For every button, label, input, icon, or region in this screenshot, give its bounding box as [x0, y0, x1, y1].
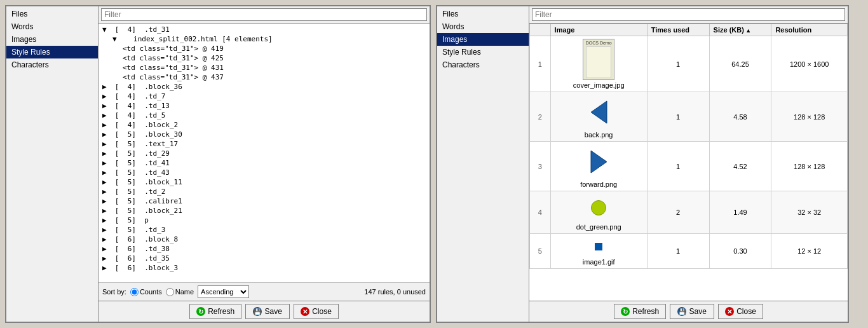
- tree-item[interactable]: ▶ [ 4] .block_2: [100, 120, 428, 130]
- tree-item[interactable]: ▶ [ 6] .block_8: [100, 235, 428, 244]
- image-name: back.png: [585, 131, 613, 139]
- tree-item[interactable]: ▶ [ 5] .calibre1: [100, 196, 428, 206]
- tree-item[interactable]: ▶ [ 6] .td_38: [100, 244, 428, 254]
- tree-item[interactable]: ▶ [ 5] .td_41: [100, 158, 428, 168]
- left-tree-container[interactable]: ▼ [ 4] .td_31 ▼ index_split_002.html [4 …: [98, 24, 430, 282]
- tree-item[interactable]: ▼ index_split_002.html [4 elements]: [100, 34, 428, 44]
- tree-item[interactable]: ▶ [ 4] .block_36: [100, 82, 428, 92]
- sort-counts-label[interactable]: Counts: [130, 288, 162, 296]
- image-cell: DOCS Demo cover_image.jpg: [550, 36, 647, 92]
- sidebar-item-images-right[interactable]: Images: [437, 33, 529, 46]
- left-button-bar: ↻ Refresh 💾 Save ✕ Close: [98, 301, 430, 322]
- col-timesused-header[interactable]: Times used: [647, 24, 709, 36]
- tree-item[interactable]: ▶ [ 6] .block_3: [100, 263, 428, 273]
- image-name: cover_image.jpg: [573, 81, 625, 89]
- tree-item[interactable]: <td class="td_31"> @ 425: [100, 53, 428, 63]
- tree-item[interactable]: ▶ [ 5] .td_43: [100, 168, 428, 177]
- images-table: Image Times used Size (KB) Resolution 1: [529, 24, 848, 269]
- resolution: 32 × 32: [771, 191, 848, 234]
- svg-marker-1: [591, 151, 607, 173]
- sidebar-item-stylerules-right[interactable]: Style Rules: [437, 46, 529, 58]
- sidebar-item-files-right[interactable]: Files: [437, 8, 529, 20]
- tree-item[interactable]: ▶ [ 5] .block_21: [100, 206, 428, 215]
- row-num: 3: [530, 142, 551, 191]
- save-icon: 💾: [677, 307, 686, 316]
- right-panel: Files Words Images Style Rules Character…: [436, 5, 849, 323]
- tree-item[interactable]: <td class="td_31"> @ 419: [100, 44, 428, 53]
- dot-green-img: [591, 200, 606, 215]
- col-resolution-header[interactable]: Resolution: [771, 24, 848, 36]
- sidebar-item-files-left[interactable]: Files: [6, 8, 98, 20]
- times-used: 1: [647, 234, 709, 269]
- tree-item[interactable]: ▶ [ 6] .td_35: [100, 254, 428, 263]
- times-used: 2: [647, 191, 709, 234]
- tree-item[interactable]: ▼ [ 4] .td_31: [100, 25, 428, 34]
- tree-item[interactable]: ▶ [ 5] p: [100, 215, 428, 225]
- app-window: Files Words Images Style Rules Character…: [0, 0, 868, 328]
- left-filter-input[interactable]: [101, 8, 427, 21]
- tree-item[interactable]: ▶ [ 5] .td_29: [100, 149, 428, 158]
- image-cell: dot_green.png: [550, 191, 647, 234]
- size-kb: 64.25: [709, 36, 771, 92]
- col-sizekb-header[interactable]: Size (KB): [709, 24, 771, 36]
- table-row[interactable]: 1 DOCS Demo cover_image.j: [530, 36, 848, 92]
- cover-image-thumb: DOCS Demo: [583, 39, 614, 80]
- table-row[interactable]: 5 image1.gif 1 0.30: [530, 234, 848, 269]
- sort-order-select[interactable]: Ascending Descending: [198, 285, 249, 298]
- sidebar-item-images-left[interactable]: Images: [6, 33, 98, 46]
- left-panel: Files Words Images Style Rules Character…: [5, 5, 431, 323]
- right-close-button[interactable]: ✕ Close: [718, 304, 763, 319]
- tree-item[interactable]: ▶ [ 5] .td_3: [100, 225, 428, 235]
- sidebar-item-characters-right[interactable]: Characters: [437, 58, 529, 71]
- col-num-header: [530, 24, 551, 36]
- tree-item[interactable]: ▶ [ 5] .block_11: [100, 177, 428, 187]
- image-thumb: back.png: [555, 95, 643, 139]
- tree-item[interactable]: <td class="td_31"> @ 437: [100, 72, 428, 82]
- tree-item[interactable]: ▶ [ 5] .td_2: [100, 187, 428, 196]
- times-used: 1: [647, 142, 709, 191]
- right-button-bar: ↻ Refresh 💾 Save ✕ Close: [529, 301, 848, 322]
- sidebar-item-characters-left[interactable]: Characters: [6, 58, 98, 71]
- table-row[interactable]: 4 dot_green.png 2 1.49: [530, 191, 848, 234]
- image-cell: back.png: [550, 92, 647, 142]
- sort-bar: Sort by: Counts Name Ascending Descendin…: [98, 282, 430, 301]
- left-close-button[interactable]: ✕ Close: [294, 304, 339, 319]
- size-kb: 4.52: [709, 142, 771, 191]
- tree-item[interactable]: ▶ [ 4] .td_7: [100, 92, 428, 101]
- sidebar-item-stylerules-left[interactable]: Style Rules: [6, 46, 98, 58]
- size-kb: 4.58: [709, 92, 771, 142]
- images-table-container[interactable]: Image Times used Size (KB) Resolution 1: [529, 24, 848, 301]
- right-save-button[interactable]: 💾 Save: [670, 304, 714, 319]
- table-row[interactable]: 2 back.png: [530, 92, 848, 142]
- right-refresh-button[interactable]: ↻ Refresh: [614, 304, 666, 319]
- resolution: 1200 × 1600: [771, 36, 848, 92]
- thumb-img: DOCS Demo: [583, 39, 614, 80]
- left-refresh-button[interactable]: ↻ Refresh: [189, 304, 241, 319]
- right-main-content: Image Times used Size (KB) Resolution 1: [529, 6, 848, 322]
- image-cell: forward.png: [550, 142, 647, 191]
- tree-item[interactable]: ▶ [ 5] .text_17: [100, 139, 428, 149]
- thumb-img: [591, 194, 606, 222]
- table-row[interactable]: 3 forward.png: [530, 142, 848, 191]
- sort-name-radio[interactable]: [166, 288, 174, 296]
- right-filter-input[interactable]: [532, 8, 845, 21]
- tree-item[interactable]: <td class="td_31"> @ 431: [100, 63, 428, 72]
- col-image-header[interactable]: Image: [550, 24, 647, 36]
- image-cell: image1.gif: [550, 234, 647, 269]
- left-sidebar: Files Words Images Style Rules Character…: [6, 6, 98, 322]
- svg-marker-0: [591, 101, 607, 123]
- sidebar-item-words-left[interactable]: Words: [6, 20, 98, 33]
- sort-status: 147 rules, 0 unused: [364, 288, 426, 296]
- tree-item[interactable]: ▶ [ 4] .td_5: [100, 111, 428, 120]
- left-save-button[interactable]: 💾 Save: [245, 304, 290, 319]
- row-num: 1: [530, 36, 551, 92]
- sidebar-item-words-right[interactable]: Words: [437, 20, 529, 33]
- save-icon: 💾: [253, 307, 262, 316]
- image-thumb: DOCS Demo cover_image.jpg: [555, 39, 643, 89]
- sort-name-label[interactable]: Name: [166, 288, 194, 296]
- right-filter-bar: [529, 6, 848, 24]
- sort-counts-radio[interactable]: [130, 288, 139, 296]
- tree-item[interactable]: ▶ [ 4] .td_13: [100, 101, 428, 111]
- tree-item[interactable]: ▶ [ 5] .block_30: [100, 130, 428, 139]
- row-num: 5: [530, 234, 551, 269]
